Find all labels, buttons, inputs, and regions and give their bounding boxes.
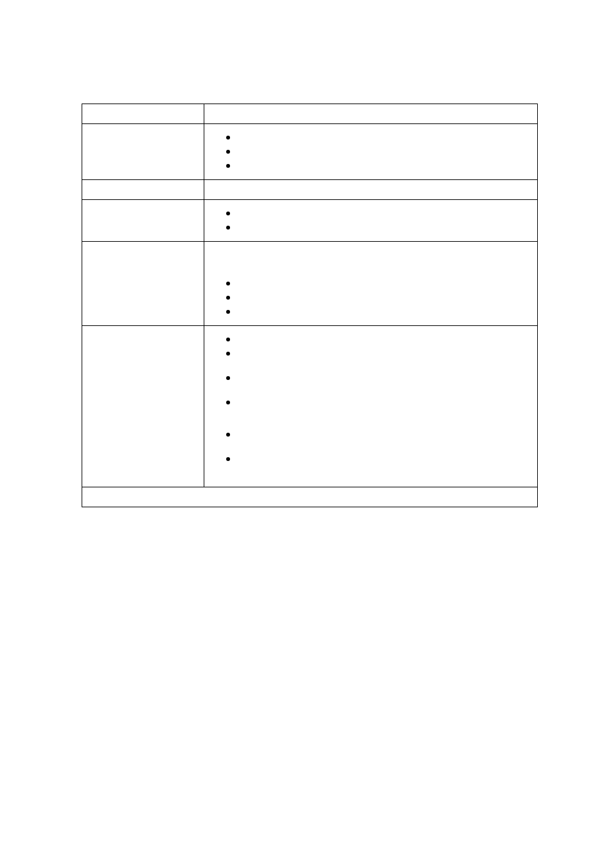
table-cell-right <box>204 124 537 179</box>
list-item <box>236 145 531 159</box>
table-row <box>82 200 537 242</box>
list-item <box>236 221 531 235</box>
bullet-list <box>224 276 531 319</box>
bullet-list <box>224 131 531 173</box>
bullet-list <box>224 206 531 235</box>
table-cell-right <box>204 104 537 123</box>
table-cell-left <box>82 180 204 199</box>
table-cell-right <box>204 200 537 241</box>
table-cell-full <box>82 487 537 507</box>
table-cell-left <box>82 200 204 241</box>
list-item <box>236 347 531 361</box>
table-cell-left <box>82 104 204 123</box>
table-row <box>82 124 537 180</box>
list-item <box>236 291 531 305</box>
table-cell-right <box>204 180 537 199</box>
table-row <box>82 242 537 326</box>
bullet-list <box>224 332 531 466</box>
list-item <box>236 159 531 173</box>
list-item <box>236 428 531 442</box>
table-cell-right <box>204 326 537 487</box>
table-row <box>82 180 537 200</box>
table-cell-left <box>82 124 204 179</box>
list-item <box>236 395 531 410</box>
list-item <box>236 305 531 319</box>
list-item <box>236 452 531 466</box>
list-item <box>236 371 531 385</box>
document-table <box>82 104 538 507</box>
list-item <box>236 276 531 291</box>
table-cell-right <box>204 242 537 325</box>
list-item <box>236 131 531 145</box>
table-row <box>82 487 537 507</box>
table-row <box>82 104 537 124</box>
table-cell-left <box>82 326 204 487</box>
table-cell-left <box>82 242 204 325</box>
list-item <box>236 206 531 221</box>
list-item <box>236 332 531 347</box>
table-row <box>82 326 537 487</box>
